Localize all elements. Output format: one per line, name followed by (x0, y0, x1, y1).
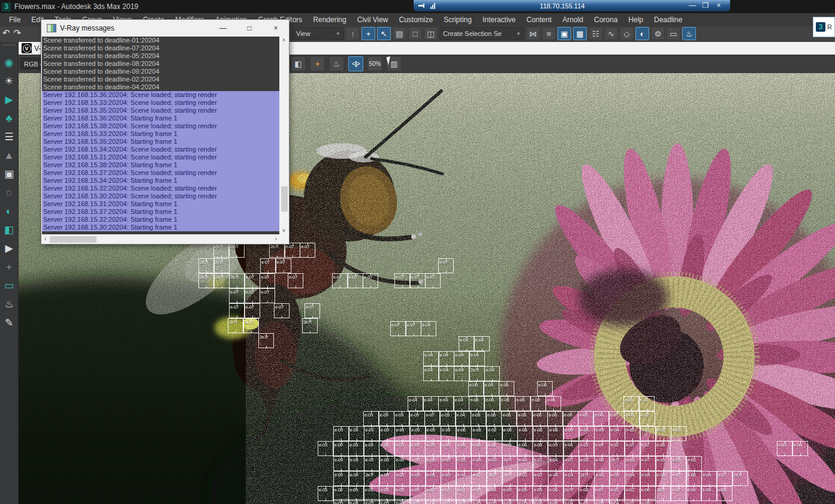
layered-texture-icon[interactable]: ◐ (0, 203, 18, 221)
track-mouse-icon[interactable]: + (310, 56, 325, 71)
menu-scripting[interactable]: Scripting (438, 13, 477, 26)
close-button[interactable]: × (263, 20, 289, 37)
ribbon-button[interactable]: ☷ (589, 27, 602, 40)
undo-icon[interactable]: ↶ (2, 28, 10, 38)
toolbar-buttons: ∞View▼↑+↖▤□◫Create Selection Se▼⋈≡▣▦☷∿◇◐… (277, 27, 696, 40)
menu-deadline[interactable]: Deadline (649, 13, 688, 26)
log-line-selected: Server 192.168.15.38:20204: Scene loaded… (42, 122, 279, 130)
render-ring-icon[interactable]: ◌ (0, 184, 18, 203)
menu-file[interactable]: File (4, 13, 26, 26)
menu-customize[interactable]: Customize (394, 13, 439, 26)
log-line-selected: Server 192.168.15.31:20204: Scene loaded… (42, 153, 279, 161)
log-line: Scene transferred to deadline-04:20204 (42, 83, 279, 91)
list-panel-icon[interactable]: ☰ (0, 128, 18, 147)
render-setup-button[interactable]: ⚙ (651, 27, 665, 40)
rdp-restore-button[interactable]: ❐ (699, 0, 712, 11)
rdp-address: 118.70.155.114 (439, 2, 686, 10)
toolbar-drag-handle[interactable] (2, 44, 16, 49)
layer-explorer-button[interactable]: ▦ (573, 27, 587, 40)
menu-content[interactable]: Content (521, 13, 557, 26)
align-button[interactable]: ≡ (542, 27, 556, 40)
terrain-icon[interactable]: ▲ (0, 147, 18, 165)
sequence-player-icon[interactable]: ▶ (0, 240, 18, 258)
snaps-toggle-button[interactable]: + (361, 27, 375, 40)
vray-light-icon[interactable]: ◉ (0, 54, 18, 73)
bitmap-image-icon[interactable]: ▣ (0, 165, 18, 184)
scroll-left-icon[interactable]: ‹ (42, 236, 49, 242)
fit-to-window-icon[interactable]: ◧ (291, 56, 306, 71)
log-line-selected: Server 192.168.15.33:20204: Scene loaded… (42, 99, 279, 107)
rdp-close-button[interactable]: × (712, 0, 725, 11)
camera-icon[interactable]: ▶ (0, 91, 18, 110)
curve-editor-button[interactable]: ∿ (604, 27, 618, 40)
notification-text: R (827, 23, 832, 31)
menu-rendering[interactable]: Rendering (308, 13, 351, 26)
pin-icon[interactable] (418, 3, 424, 9)
vray-messages-window-icon (47, 24, 56, 32)
log-line-selected: Server 192.168.15.32:20204: Scene loaded… (42, 185, 279, 192)
rendered-frame-button[interactable]: ▭ (667, 27, 680, 40)
view-dropdown[interactable]: View▼ (293, 27, 344, 40)
vray-messages-titlebar[interactable]: V-Ray messages — □ × (41, 20, 289, 37)
rdp-connection-bar: 118.70.155.114 — ❐ × (414, 0, 730, 11)
monitor-icon[interactable]: ▭ (0, 277, 18, 295)
log-line-selected: Server 192.168.15.35:20204: Starting fra… (42, 138, 279, 146)
add-camera-icon[interactable]: + (0, 258, 18, 277)
log-line: Scene transferred to deadline-02:20204 (42, 76, 279, 83)
desktop: { "app": { "title": "Flowers.max - Autod… (0, 0, 835, 504)
zoom-level-button[interactable]: 50% (367, 56, 382, 71)
menu-civil-view[interactable]: Civil View (352, 13, 394, 26)
render-last-icon[interactable]: ♨ (329, 56, 344, 71)
freehand-icon[interactable]: ✎ (0, 314, 18, 333)
mirror-button[interactable]: ⋈ (526, 27, 540, 40)
compare-horizontal-icon[interactable]: <||> (348, 56, 363, 71)
maximize-button[interactable]: □ (236, 20, 263, 37)
pivot-button[interactable]: ↑ (346, 27, 360, 40)
menu-corona[interactable]: Corona (589, 13, 623, 26)
select-object-button[interactable]: ↖ (377, 27, 391, 40)
vertical-scroll-thumb[interactable] (281, 186, 288, 212)
scroll-down-icon[interactable]: ∨ (282, 227, 286, 234)
left-toolbar: ◉☀▶♣☰▲▣◌◐◧▶+▭♨✎ (0, 42, 19, 504)
viewport-layout-icon[interactable]: ◧ (0, 221, 18, 240)
trees-proxy-icon[interactable]: ♣ (0, 110, 18, 128)
selection-set-dropdown-label: Create Selection Se (443, 30, 502, 37)
scene-explorer-button[interactable]: ▣ (557, 27, 571, 40)
render-production-button[interactable]: ♨ (682, 27, 696, 40)
material-editor-button[interactable]: ◐ (635, 27, 649, 40)
scroll-up-icon[interactable]: ∧ (282, 37, 286, 44)
selection-region-button[interactable]: □ (408, 27, 422, 40)
vray-messages-title: V-Ray messages (60, 24, 210, 32)
select-by-name-button[interactable]: ▤ (393, 27, 406, 40)
log-list[interactable]: Scene transferred to deadline-01:20204Sc… (42, 37, 279, 234)
chevron-down-icon: ▼ (336, 31, 340, 37)
log-line-selected: Server 192.168.15.32:20204: Starting fra… (42, 216, 279, 224)
window-crossing-button[interactable]: ◫ (424, 27, 438, 40)
menu-interactive[interactable]: Interactive (477, 13, 521, 26)
minimize-button[interactable]: — (210, 20, 236, 37)
3dsmax-popup-icon: 3 (816, 22, 825, 32)
scroll-right-icon[interactable]: › (273, 236, 279, 242)
horizontal-scroll-thumb[interactable] (50, 236, 97, 243)
sun-light-icon[interactable]: ☀ (0, 73, 18, 91)
log-line: Scene transferred to deadline-01:20204 (42, 37, 279, 44)
menu-arnold[interactable]: Arnold (557, 13, 589, 26)
log-line-selected: Server 192.168.15.37:20204: Starting fra… (42, 208, 279, 216)
log-line-selected: Server 192.168.15.30:20204: Starting fra… (42, 224, 279, 231)
menu-help[interactable]: Help (623, 13, 649, 26)
rdp-minimize-button[interactable]: — (686, 0, 699, 11)
notification-popup[interactable]: 3 R (813, 17, 835, 37)
chevron-down-icon: ▼ (516, 31, 521, 37)
log-line-selected: Server 192.168.15.34:20204: Starting fra… (42, 177, 279, 185)
connection-quality-icon[interactable] (430, 3, 435, 9)
selection-set-dropdown[interactable]: Create Selection Se▼ (439, 27, 524, 40)
3dsmax-logo-icon: 3 (2, 2, 11, 11)
view-dropdown-label: View (296, 30, 311, 37)
log-line-selected: Server 192.168.15.36:20204: Starting fra… (42, 114, 279, 122)
schematic-view-button[interactable]: ◇ (620, 27, 634, 40)
teapot-render-icon[interactable]: ♨ (0, 295, 18, 314)
log-line: Scene transferred to deadline-09:20204 (42, 68, 279, 76)
log-line-selected: Server 192.168.15.33:20204: Starting fra… (42, 130, 279, 138)
log-line-selected: Server 192.168.15.31:20204: Starting fra… (42, 200, 279, 208)
redo-icon[interactable]: ↷ (14, 28, 22, 38)
